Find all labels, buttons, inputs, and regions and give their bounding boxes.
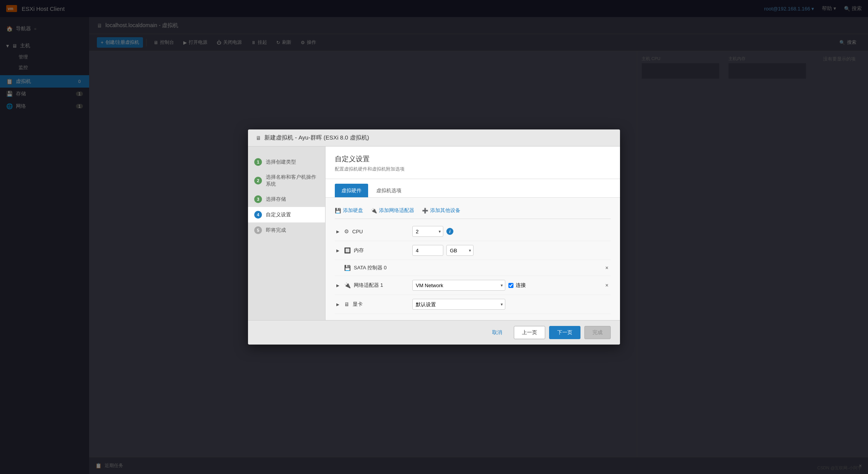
cpu-expand-icon[interactable]: ▶ <box>335 228 341 234</box>
modal-title-icon: 🖥 <box>256 135 261 141</box>
memory-unit-select[interactable]: GB MB <box>446 245 474 256</box>
tab-vm-options[interactable]: 虚拟机选项 <box>370 184 408 197</box>
memory-row: ▶ 🔲 内存 GB MB <box>335 241 611 260</box>
cpu-select[interactable]: 2 1 4 8 <box>412 226 443 237</box>
section-desc: 配置虚拟机硬件和虚拟机附加选项 <box>326 166 620 179</box>
display-select[interactable]: 默认设置 <box>412 299 505 310</box>
wizard-step-3[interactable]: 3 选择存储 <box>248 191 325 207</box>
wizard-step-4[interactable]: 4 自定义设置 <box>248 207 325 222</box>
network-select[interactable]: VM Network <box>412 280 505 291</box>
sata-row: ▶ 💾 SATA 控制器 0 × <box>335 260 611 276</box>
cancel-button[interactable]: 取消 <box>484 326 510 339</box>
network-adapter-icon: 🔌 <box>371 208 377 214</box>
network-expand-icon[interactable]: ▶ <box>335 282 341 288</box>
network-connected-checkbox[interactable] <box>508 283 513 288</box>
cpu-select-wrap: 2 1 4 8 <box>412 226 443 237</box>
sata-label-text: SATA 控制器 0 <box>354 264 387 271</box>
network-adapter-label: 网络适配器 1 <box>354 282 383 289</box>
cpu-label-text: CPU <box>352 229 363 234</box>
add-network-button[interactable]: 🔌 添加网络适配器 <box>371 207 414 214</box>
modal-body: 1 选择创建类型 2 选择名称和客户机操作系统 3 选择存储 4 <box>248 147 620 320</box>
memory-input[interactable] <box>412 245 443 256</box>
display-expand-icon[interactable]: ▶ <box>335 301 341 307</box>
hw-add-toolbar: 💾 添加硬盘 🔌 添加网络适配器 ➕ 添加其他设备 <box>335 204 611 219</box>
memory-expand-icon[interactable]: ▶ <box>335 247 341 253</box>
wizard-step-2[interactable]: 2 选择名称和客户机操作系统 <box>248 170 325 191</box>
cpu-row: ▶ ⚙ CPU 2 1 <box>335 222 611 241</box>
memory-icon: 🔲 <box>344 247 351 253</box>
network-adapter-row: ▶ 🔌 网络适配器 1 VM Network <box>335 276 611 295</box>
finish-button[interactable]: 完成 <box>584 326 611 339</box>
network-remove-button[interactable]: × <box>603 281 611 289</box>
wizard-step-1[interactable]: 1 选择创建类型 <box>248 154 325 170</box>
network-connected-wrap: 连接 <box>508 282 526 289</box>
section-title: 自定义设置 <box>326 147 620 166</box>
modal-title-bar: 🖥 新建虚拟机 - Ayu-群晖 (ESXi 8.0 虚拟机) <box>248 129 620 147</box>
memory-unit-wrap: GB MB <box>446 245 474 256</box>
network-hw-icon: 🔌 <box>344 282 351 288</box>
next-button[interactable]: 下一页 <box>549 326 580 339</box>
wizard-step-5[interactable]: 5 即将完成 <box>248 222 325 238</box>
network-connected-label: 连接 <box>516 282 526 289</box>
memory-label-text: 内存 <box>354 247 364 254</box>
prev-button[interactable]: 上一页 <box>514 326 545 339</box>
cpu-info-icon[interactable]: i <box>446 228 453 235</box>
display-label-text: 显卡 <box>353 301 363 308</box>
wizard-sidebar: 1 选择创建类型 2 选择名称和客户机操作系统 3 选择存储 4 <box>248 147 326 320</box>
modal-title-text: 新建虚拟机 - Ayu-群晖 (ESXi 8.0 虚拟机) <box>264 134 369 141</box>
modal-overlay: 🖥 新建虚拟机 - Ayu-群晖 (ESXi 8.0 虚拟机) 1 选择创建类型… <box>89 17 868 474</box>
hw-tabs: 虚拟硬件 虚拟机选项 <box>326 179 620 198</box>
hw-content: 💾 添加硬盘 🔌 添加网络适配器 ➕ 添加其他设备 <box>326 198 620 320</box>
sata-remove-button[interactable]: × <box>603 264 611 272</box>
main-layout: 🏠 导航器 « ▾ 🖥 主机 管理 监控 📋 虚拟机 0 <box>0 17 868 474</box>
display-icon: 🖥 <box>344 301 350 307</box>
display-select-wrap: 默认设置 <box>412 299 505 310</box>
disk-icon: 💾 <box>335 208 341 214</box>
modal-footer: 取消 上一页 下一页 完成 <box>248 320 620 345</box>
display-row: ▶ 🖥 显卡 默认设置 <box>335 295 611 314</box>
sata-icon: 💾 <box>344 265 351 271</box>
add-device-button[interactable]: ➕ 添加其他设备 <box>422 207 460 214</box>
add-disk-button[interactable]: 💾 添加硬盘 <box>335 207 363 214</box>
content-area: 🖥 localhost.localdomain - 虚拟机 + 创建/注册虚拟机… <box>89 17 868 474</box>
network-select-wrap: VM Network <box>412 280 505 291</box>
add-device-icon: ➕ <box>422 208 428 214</box>
cpu-icon: ⚙ <box>344 228 349 234</box>
wizard-content: 自定义设置 配置虚拟机硬件和虚拟机附加选项 虚拟硬件 虚拟机选项 <box>326 147 620 320</box>
new-vm-modal: 🖥 新建虚拟机 - Ayu-群晖 (ESXi 8.0 虚拟机) 1 选择创建类型… <box>248 129 620 345</box>
tab-virtual-hardware[interactable]: 虚拟硬件 <box>335 184 368 197</box>
